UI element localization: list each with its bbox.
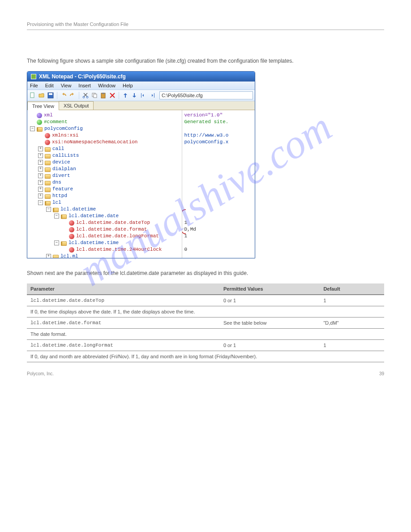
comment-icon	[37, 120, 42, 125]
node-label[interactable]: lcl.datetime.time	[68, 240, 119, 246]
node-label[interactable]: feature	[52, 186, 73, 193]
menu-insert[interactable]: Insert	[78, 83, 91, 88]
tree-pane[interactable]: xml#comment−polycomConfigxmlns:xsixsi:no…	[27, 110, 182, 258]
save-icon[interactable]	[47, 92, 54, 99]
delete-icon[interactable]	[109, 92, 116, 99]
expand-icon[interactable]: +	[38, 180, 43, 185]
collapse-icon[interactable]: −	[38, 200, 43, 205]
app-icon	[31, 74, 36, 79]
node-label[interactable]: xml	[44, 112, 53, 119]
svg-rect-10	[134, 93, 135, 96]
tab-xsl-output[interactable]: XSL Output	[59, 101, 94, 110]
expand-icon[interactable]: +	[38, 153, 43, 158]
table-row: lcl.datetime.date.longFormat0 or 11	[27, 340, 384, 351]
node-label[interactable]: polycomConfig	[44, 125, 83, 132]
tree-folder[interactable]: +dns	[30, 179, 181, 186]
node-label[interactable]: lcl	[52, 199, 61, 206]
node-label[interactable]: divert	[52, 172, 70, 179]
new-icon[interactable]	[29, 92, 36, 99]
tree-attribute[interactable]: lcl.datetime.date.longFormat	[30, 233, 181, 240]
expand-icon[interactable]: +	[38, 187, 43, 192]
tree-folder[interactable]: −polycomConfig	[30, 125, 181, 132]
tree-folder[interactable]: +call	[30, 146, 181, 152]
after-text: Shown next are the parameters for the lc…	[27, 269, 384, 277]
tree-folder[interactable]: +feature	[30, 186, 181, 193]
tree-folder[interactable]: +dialplan	[30, 166, 181, 172]
menu-file[interactable]: File	[30, 83, 38, 88]
node-label[interactable]: lcl.datetime.date.longFormat	[76, 233, 159, 240]
node-label[interactable]: lcl.datetime.date	[68, 213, 119, 219]
tree-attribute[interactable]: lcl.datetime.date.dateTop	[30, 219, 181, 226]
collapse-icon[interactable]: −	[46, 207, 51, 212]
paste-icon[interactable]	[100, 92, 107, 99]
undo-icon[interactable]	[60, 92, 67, 99]
node-label[interactable]: dns	[52, 179, 61, 186]
node-label[interactable]: callLists	[52, 152, 79, 159]
node-label[interactable]: dialplan	[52, 166, 76, 172]
node-label[interactable]: lcl.datetime.date.format	[76, 226, 147, 233]
nudge-down-icon[interactable]	[131, 92, 138, 99]
node-label[interactable]: #comment	[44, 119, 68, 125]
expand-icon[interactable]: +	[38, 146, 43, 151]
tree-attribute[interactable]: xmlns:xsi	[30, 132, 181, 139]
redo-icon[interactable]	[69, 92, 76, 99]
folder-icon	[45, 167, 51, 172]
folder-icon	[45, 161, 51, 165]
menubar[interactable]: File Edit View Insert Window Help	[27, 82, 255, 90]
tree-attribute[interactable]: #comment	[30, 119, 181, 125]
node-label[interactable]: xsi:noNamespaceSchemaLocation	[52, 139, 137, 146]
expand-icon[interactable]: +	[38, 193, 43, 198]
menu-help[interactable]: Help	[123, 83, 133, 88]
th-default: Default	[320, 283, 384, 295]
collapse-icon[interactable]: −	[54, 214, 59, 219]
tree-attribute[interactable]: lcl.datetime.time.24HourClock	[30, 246, 181, 253]
collapse-icon[interactable]: −	[54, 240, 59, 245]
tab-tree-view[interactable]: Tree View	[27, 102, 59, 110]
node-label[interactable]: lcl.datetime.date.dateTop	[76, 219, 150, 226]
tree-attribute[interactable]: lcl.datetime.date.format	[30, 226, 181, 233]
node-label[interactable]: device	[52, 159, 70, 166]
cell-param: lcl.datetime.date.format	[27, 317, 220, 329]
table-row: lcl.datetime.date.formatSee the table be…	[27, 317, 384, 329]
tree-folder[interactable]: −lcl	[30, 199, 181, 206]
expand-icon[interactable]: +	[38, 160, 43, 165]
attribute-icon	[69, 220, 74, 226]
tree-folder[interactable]: −lcl.datetime	[30, 206, 181, 213]
cut-icon[interactable]	[82, 92, 89, 99]
tree-attribute[interactable]: xsi:noNamespaceSchemaLocation	[30, 139, 181, 146]
tree-folder[interactable]: −lcl.datetime.time	[30, 240, 181, 246]
tree-folder[interactable]: +device	[30, 159, 181, 166]
expand-icon[interactable]: +	[38, 173, 43, 178]
folder-icon	[53, 208, 59, 212]
collapse-icon[interactable]: −	[30, 126, 35, 131]
svg-rect-0	[30, 93, 34, 98]
tree-folder[interactable]: −lcl.datetime.date	[30, 213, 181, 219]
folder-icon	[45, 174, 51, 179]
node-label[interactable]: xmlns:xsi	[52, 132, 78, 139]
indent-icon[interactable]	[149, 92, 156, 99]
expand-icon[interactable]: +	[46, 254, 51, 258]
nudge-up-icon[interactable]	[122, 92, 129, 99]
tree-folder[interactable]: +callLists	[30, 152, 181, 159]
tree-folder[interactable]: +lcl.ml	[30, 253, 181, 258]
node-label[interactable]: httpd	[52, 193, 67, 199]
node-label[interactable]: lcl.datetime	[60, 206, 96, 213]
expand-icon[interactable]: +	[38, 167, 43, 172]
tree-folder[interactable]: +httpd	[30, 193, 181, 199]
path-field[interactable]: C:\Poly650\site.cfg	[159, 91, 253, 99]
tree-attribute[interactable]: xml	[30, 112, 181, 119]
cell-default: 1	[320, 295, 384, 306]
menu-view[interactable]: View	[61, 83, 72, 88]
node-label[interactable]: call	[52, 146, 64, 152]
tree-folder[interactable]: +divert	[30, 172, 181, 179]
menu-edit[interactable]: Edit	[45, 83, 54, 88]
node-label[interactable]: lcl.ml	[60, 253, 78, 258]
svg-rect-11	[141, 93, 141, 98]
outdent-icon[interactable]	[140, 92, 147, 99]
menu-window[interactable]: Window	[98, 83, 116, 88]
open-icon[interactable]	[38, 92, 45, 99]
copy-icon[interactable]	[91, 92, 98, 99]
cell-description: The date format.	[27, 329, 384, 340]
node-value	[184, 146, 253, 152]
node-label[interactable]: lcl.datetime.time.24HourClock	[76, 246, 162, 253]
